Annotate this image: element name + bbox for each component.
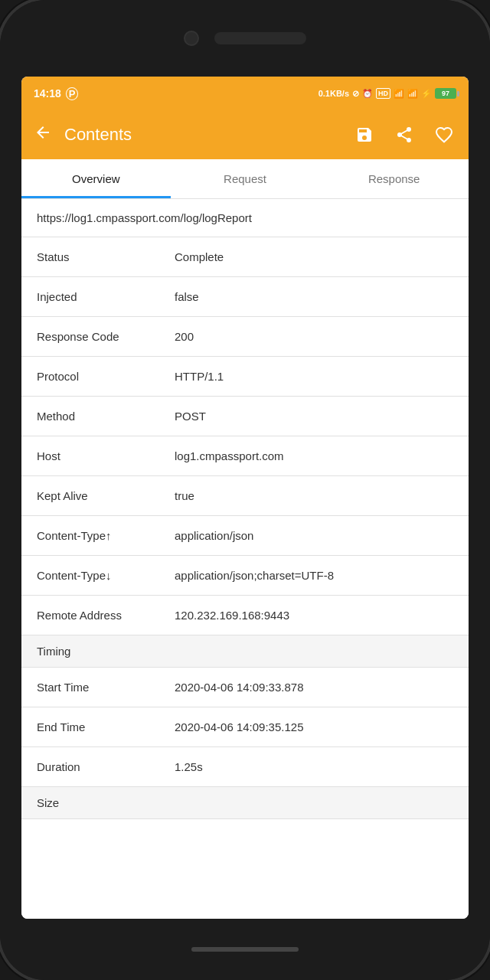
field-label: Response Code	[37, 330, 175, 343]
phone-screen: 14:18 P 0.1KB/s ⊘ ⏰ HD 📶 📶 ⚡ 97 Contents	[21, 77, 469, 919]
data-row: Host log1.cmpassport.com	[21, 436, 469, 476]
tab-request[interactable]: Request	[171, 159, 320, 198]
field-label: Kept Alive	[37, 489, 175, 502]
hd-icon: HD	[376, 88, 390, 99]
share-button[interactable]	[392, 122, 416, 147]
field-label: Host	[37, 449, 175, 462]
4g-icon: 📶	[394, 89, 404, 99]
field-value: 200	[175, 330, 453, 343]
field-value: 120.232.169.168:9443	[175, 609, 453, 622]
speaker	[214, 32, 306, 44]
data-row: Content-Type↓ application/json;charset=U…	[21, 556, 469, 596]
timing-value: 2020-04-06 14:09:33.878	[175, 681, 453, 694]
field-label: Injected	[37, 290, 175, 303]
data-row: Injected false	[21, 277, 469, 317]
back-button[interactable]	[34, 123, 52, 146]
field-label: Remote Address	[37, 609, 175, 622]
3g-icon: 📶	[407, 89, 418, 99]
data-row: Remote Address 120.232.169.168:9443	[21, 596, 469, 635]
timing-label: End Time	[37, 720, 175, 733]
tab-overview[interactable]: Overview	[21, 159, 171, 198]
field-label: Content-Type↑	[37, 529, 175, 542]
timing-row: End Time 2020-04-06 14:09:35.125	[21, 707, 469, 747]
content-area[interactable]: https://log1.cmpassport.com/log/logRepor…	[21, 199, 469, 919]
alarm-icon: ⏰	[362, 89, 373, 99]
field-label: Protocol	[37, 370, 175, 383]
data-row: Response Code 200	[21, 317, 469, 357]
url-row: https://log1.cmpassport.com/log/logRepor…	[21, 199, 469, 237]
timing-label: Start Time	[37, 681, 175, 694]
field-value: false	[175, 290, 453, 303]
field-value: application/json;charset=UTF-8	[175, 569, 453, 582]
url-value: https://log1.cmpassport.com/log/logRepor…	[37, 211, 252, 224]
phone-frame: 14:18 P 0.1KB/s ⊘ ⏰ HD 📶 📶 ⚡ 97 Contents	[0, 0, 490, 980]
camera	[184, 31, 199, 46]
status-right: 0.1KB/s ⊘ ⏰ HD 📶 📶 ⚡ 97	[318, 88, 456, 99]
favorite-button[interactable]	[432, 122, 456, 147]
field-value: log1.cmpassport.com	[175, 449, 453, 462]
field-value: Complete	[175, 250, 453, 263]
timing-row: Start Time 2020-04-06 14:09:33.878	[21, 668, 469, 707]
phone-top	[0, 0, 490, 77]
tabs: Overview Request Response	[21, 159, 469, 199]
field-label: Method	[37, 410, 175, 423]
fields-container: Status Complete Injected false Response …	[21, 237, 469, 635]
data-row: Kept Alive true	[21, 476, 469, 516]
field-value: true	[175, 489, 453, 502]
parking-icon: P	[66, 87, 79, 100]
field-value: HTTP/1.1	[175, 370, 453, 383]
save-button[interactable]	[352, 122, 377, 147]
data-row: Content-Type↑ application/json	[21, 516, 469, 556]
field-value: application/json	[175, 529, 453, 542]
time: 14:18	[34, 87, 61, 100]
section-timing: Timing	[21, 635, 469, 668]
data-row: Method POST	[21, 397, 469, 436]
data-row: Status Complete	[21, 237, 469, 277]
tab-response[interactable]: Response	[319, 159, 469, 198]
app-bar: Contents	[21, 110, 469, 159]
app-bar-title: Contents	[64, 125, 340, 145]
charge-icon: ⚡	[421, 89, 432, 99]
field-label: Content-Type↓	[37, 569, 175, 582]
timing-row: Duration 1.25s	[21, 747, 469, 787]
timing-fields: Start Time 2020-04-06 14:09:33.878 End T…	[21, 668, 469, 787]
timing-value: 2020-04-06 14:09:35.125	[175, 720, 453, 733]
field-label: Status	[37, 250, 175, 263]
nav-bar-indicator	[191, 947, 299, 952]
timing-label: Duration	[37, 760, 175, 773]
no-signal-icon: ⊘	[352, 89, 359, 99]
data-row: Protocol HTTP/1.1	[21, 357, 469, 397]
section-size: Size	[21, 787, 469, 819]
status-bar: 14:18 P 0.1KB/s ⊘ ⏰ HD 📶 📶 ⚡ 97	[21, 77, 469, 110]
app-bar-icons	[352, 122, 456, 147]
phone-bottom	[0, 919, 490, 980]
battery-icon: 97	[435, 88, 456, 99]
status-left: 14:18 P	[34, 87, 78, 100]
timing-value: 1.25s	[175, 760, 453, 773]
speed-indicator: 0.1KB/s	[318, 89, 349, 98]
field-value: POST	[175, 410, 453, 423]
